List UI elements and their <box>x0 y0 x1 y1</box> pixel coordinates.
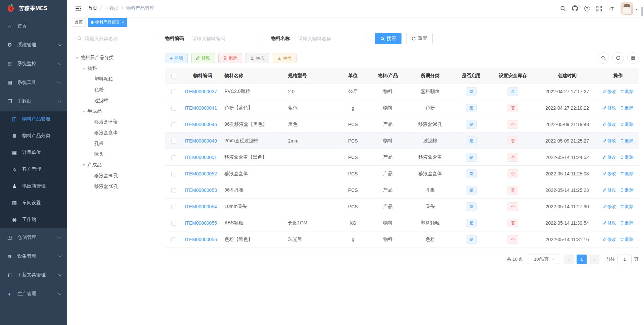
sidebar-item-measure-unit[interactable]: ▦ 计量单位 <box>0 144 67 161</box>
row-edit-button[interactable]: 修改 <box>603 138 616 144</box>
row-edit-button[interactable]: 修改 <box>603 187 616 193</box>
column-settings-button[interactable] <box>627 52 639 64</box>
row-edit-button[interactable]: 修改 <box>603 105 616 111</box>
prev-page-button[interactable]: ‹ <box>564 255 574 264</box>
row-checkbox[interactable] <box>171 139 176 144</box>
sidebar-item-supplier-management[interactable]: ♟ 供应商管理 <box>0 178 67 195</box>
tree-node[interactable]: 物料及产品分类 <box>74 52 158 63</box>
caret-down-icon[interactable] <box>83 68 85 71</box>
row-edit-button[interactable]: 修改 <box>603 89 616 95</box>
row-checkbox[interactable] <box>171 205 176 209</box>
tree-node[interactable]: 过滤棉 <box>74 95 158 106</box>
tree-node[interactable]: 吸头 <box>74 149 158 160</box>
caret-down-icon[interactable] <box>76 57 78 60</box>
sidebar-item-system-management[interactable]: ⚙ 系统管理 <box>0 36 67 54</box>
page-1-button[interactable]: 1 <box>577 255 587 264</box>
sidebar-item-workstation[interactable]: ◉ 工作站 <box>0 211 67 228</box>
row-edit-button[interactable]: 修改 <box>603 121 616 127</box>
item-code-link[interactable]: ITEM00000037 <box>185 89 217 94</box>
row-delete-button[interactable]: 删除 <box>620 187 634 193</box>
sidebar-item-warehouse-management[interactable]: ◰ 仓储管理 <box>0 228 67 247</box>
tree-node[interactable]: 移液盒盒盖 <box>74 117 158 127</box>
font-size-icon[interactable]: TT <box>605 0 617 17</box>
code-filter-input[interactable] <box>188 33 260 44</box>
goto-page-input[interactable] <box>618 255 632 264</box>
sidebar-item-customer-management[interactable]: ☺ 客户管理 <box>0 161 67 178</box>
export-button[interactable]: 导出 <box>273 53 297 63</box>
row-checkbox[interactable] <box>171 172 176 176</box>
row-edit-button[interactable]: 修改 <box>603 220 616 226</box>
close-icon[interactable]: × <box>121 20 124 24</box>
sidebar-item-system-tools[interactable]: ▤ 系统工具 <box>0 73 67 92</box>
search-button[interactable]: 搜索 <box>375 33 401 44</box>
tab[interactable]: 物料产品管理 × <box>88 18 127 27</box>
next-page-button[interactable]: › <box>589 255 599 264</box>
item-code-link[interactable]: ITEM00000054 <box>185 204 217 209</box>
row-checkbox[interactable] <box>171 221 176 226</box>
tree-node[interactable]: 物料 <box>74 63 158 74</box>
caret-down-icon[interactable] <box>635 9 638 12</box>
tree-node[interactable]: 塑料颗粒 <box>74 74 158 85</box>
scrollbar-thumb[interactable] <box>641 7 643 16</box>
sidebar-item-home[interactable]: ⌂ 首页 <box>0 17 67 36</box>
row-delete-button[interactable]: 删除 <box>620 105 634 111</box>
reset-button[interactable]: 重置 <box>406 33 433 44</box>
avatar[interactable] <box>621 2 633 15</box>
row-edit-button[interactable]: 修改 <box>603 204 616 210</box>
tree-node[interactable]: 移液盒96孔 <box>74 170 158 181</box>
delete-button[interactable]: 删除 <box>218 53 242 63</box>
sidebar-item-workshop-settings[interactable]: ▥ 车间设置 <box>0 195 67 211</box>
row-checkbox[interactable] <box>171 155 176 160</box>
import-button[interactable]: 导入 <box>246 53 269 63</box>
row-delete-button[interactable]: 删除 <box>620 220 634 226</box>
search-icon[interactable] <box>557 0 569 17</box>
tree-node[interactable]: 孔板 <box>74 138 158 149</box>
tree-node[interactable]: 移液盒盒体 <box>74 127 158 138</box>
name-filter-input[interactable] <box>294 33 366 44</box>
category-search-input[interactable] <box>74 33 158 44</box>
item-code-link[interactable]: ITEM00000052 <box>185 171 217 176</box>
caret-down-icon[interactable] <box>83 111 85 114</box>
row-edit-button[interactable]: 修改 <box>603 236 616 242</box>
tree-node[interactable]: 产成品 <box>74 160 158 170</box>
row-checkbox[interactable] <box>171 106 176 111</box>
row-delete-button[interactable]: 删除 <box>620 154 634 160</box>
tree-node[interactable]: 色粉 <box>74 85 158 95</box>
row-edit-button[interactable]: 修改 <box>603 171 616 177</box>
row-delete-button[interactable]: 删除 <box>620 236 634 242</box>
show-search-toggle-button[interactable] <box>598 52 609 64</box>
breadcrumb-home[interactable]: 首页 <box>88 5 97 11</box>
row-checkbox[interactable] <box>171 90 176 94</box>
row-delete-button[interactable]: 删除 <box>620 121 634 127</box>
select-all-checkbox[interactable] <box>171 74 176 78</box>
sidebar-item-system-monitor[interactable]: ⊡ 系统监控 <box>0 54 67 73</box>
fullscreen-icon[interactable] <box>593 0 605 17</box>
row-delete-button[interactable]: 删除 <box>620 171 634 177</box>
item-code-link[interactable]: ITEM00000056 <box>185 237 217 242</box>
item-code-link[interactable]: ITEM00000041 <box>185 105 217 111</box>
refresh-button[interactable] <box>612 52 624 64</box>
tree-node[interactable]: 半成品 <box>74 106 158 117</box>
row-delete-button[interactable]: 删除 <box>620 89 634 95</box>
row-checkbox[interactable] <box>171 188 176 193</box>
page-size-select[interactable]: 10条/页 <box>527 255 561 264</box>
row-checkbox[interactable] <box>171 237 176 242</box>
question-icon[interactable]: ? <box>581 0 593 17</box>
item-code-link[interactable]: ITEM00000053 <box>185 187 217 193</box>
hamburger-icon[interactable] <box>72 0 84 17</box>
sidebar-item-master-data[interactable]: ❐ 主数据 <box>0 92 67 111</box>
tab[interactable]: 首页 × <box>72 18 86 27</box>
sidebar-item-material-product-management[interactable]: ◫ 物料产品管理 <box>0 111 67 127</box>
sidebar-item-tooling-management[interactable]: ⊓ 工装夹具管理 <box>0 266 67 284</box>
edit-button[interactable]: 修改 <box>191 53 215 63</box>
item-code-link[interactable]: ITEM00000055 <box>185 220 217 226</box>
item-code-link[interactable]: ITEM00000049 <box>185 138 217 144</box>
row-checkbox[interactable] <box>171 122 176 127</box>
row-edit-button[interactable]: 修改 <box>603 154 616 160</box>
sidebar-item-production-management[interactable]: ◐ 生产管理 <box>0 284 67 303</box>
sidebar-item-equipment-management[interactable]: ≋ 设备管理 <box>0 247 67 266</box>
tree-node[interactable]: 移液盒48孔 <box>74 181 158 192</box>
item-code-link[interactable]: ITEM00000051 <box>185 155 217 160</box>
add-button[interactable]: + 新增 <box>165 53 188 63</box>
app-logo[interactable]: K 苦糖果MES <box>0 0 67 17</box>
